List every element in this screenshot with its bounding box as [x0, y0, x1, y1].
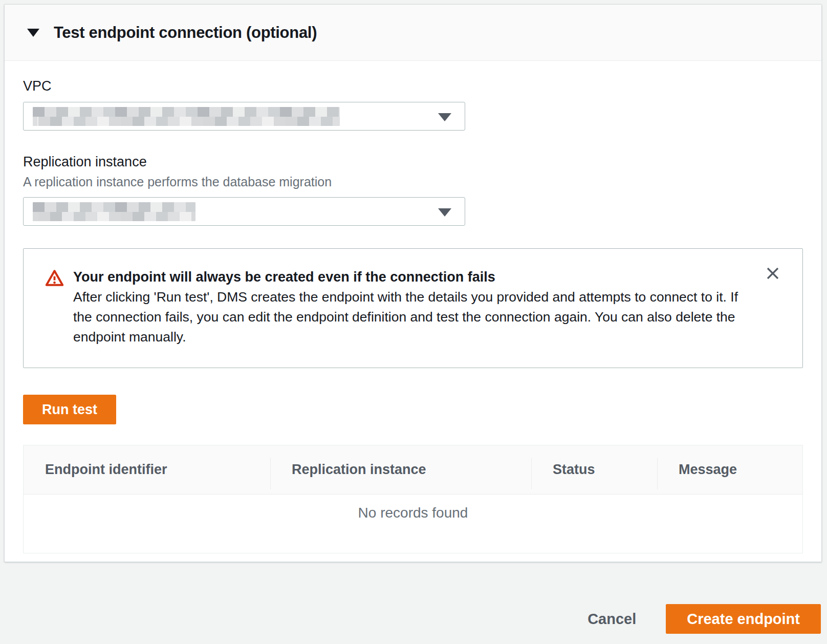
vpc-field-group: VPC [23, 78, 803, 131]
chevron-down-icon [438, 113, 451, 121]
collapse-triangle-icon [27, 29, 39, 37]
section-header-test-endpoint-connection[interactable]: Test endpoint connection (optional) [5, 5, 821, 61]
column-header-status: Status [531, 445, 657, 494]
section-body: VPC Replication instance A replication i… [5, 61, 821, 553]
chevron-down-icon [438, 208, 451, 217]
table-empty-message: No records found [24, 495, 802, 553]
test-endpoint-connection-panel: Test endpoint connection (optional) VPC … [4, 4, 822, 562]
replication-instance-description: A replication instance performs the data… [23, 175, 803, 189]
table-header-row: Endpoint identifier Replication instance… [24, 445, 802, 495]
column-header-endpoint-identifier: Endpoint identifier [24, 445, 270, 494]
alert-title: Your endpoint will always be created eve… [73, 267, 744, 287]
replication-instance-field-group: Replication instance A replication insta… [23, 154, 803, 226]
section-title: Test endpoint connection (optional) [54, 24, 317, 42]
replication-instance-select[interactable] [23, 197, 465, 226]
replication-instance-selected-value-redacted [33, 202, 195, 221]
alert-body: After clicking 'Run test', DMS creates t… [73, 287, 744, 347]
vpc-select[interactable] [23, 102, 465, 131]
warning-triangle-icon [45, 269, 64, 288]
close-icon [765, 266, 780, 281]
vpc-selected-value-redacted [33, 107, 340, 126]
connection-results-table: Endpoint identifier Replication instance… [23, 445, 803, 553]
run-test-button[interactable]: Run test [23, 395, 116, 424]
column-header-message: Message [657, 445, 802, 494]
create-endpoint-button[interactable]: Create endpoint [666, 604, 821, 634]
column-header-replication-instance: Replication instance [270, 445, 531, 494]
alert-dismiss-button[interactable] [761, 262, 784, 285]
endpoint-warning-alert: Your endpoint will always be created eve… [23, 248, 803, 368]
replication-instance-label: Replication instance [23, 154, 803, 170]
footer-action-bar: Cancel Create endpoint [587, 604, 821, 634]
vpc-label: VPC [23, 78, 803, 94]
cancel-button[interactable]: Cancel [587, 611, 636, 628]
alert-text: Your endpoint will always be created eve… [73, 267, 744, 347]
